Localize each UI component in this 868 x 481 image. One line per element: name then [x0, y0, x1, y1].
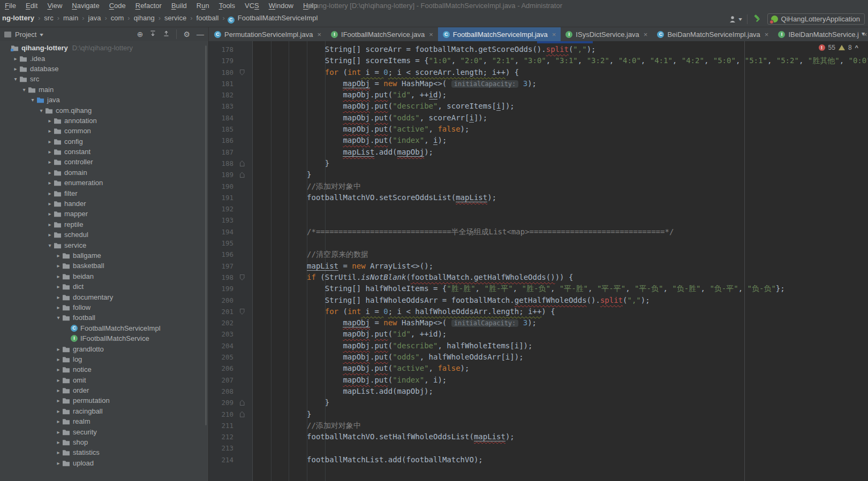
tab-permutationserviceimpl-java[interactable]: CPermutationServiceImpl.java×	[209, 27, 326, 41]
line-number[interactable]: 179	[209, 55, 237, 66]
chevron-collapsed-icon[interactable]: ▸	[55, 377, 62, 383]
tab-ifootballmatchservice-java[interactable]: IIFootballMatchService.java×	[326, 27, 438, 41]
code-line[interactable]: 192	[209, 203, 868, 215]
menu-build[interactable]: Build	[167, 2, 192, 10]
code-line[interactable]: 213	[209, 442, 868, 454]
line-number[interactable]: 181	[209, 78, 237, 89]
chevron-collapsed-icon[interactable]: ▸	[46, 128, 54, 134]
breadcrumb-item-src[interactable]: src	[43, 14, 54, 22]
code-line[interactable]: 203mapObj.put("id", ++id);	[209, 329, 868, 340]
tree-item-order[interactable]: ▸order	[0, 385, 208, 395]
code-line[interactable]: 183mapObj.put("describe", scoreItems[i])…	[209, 101, 868, 112]
line-number[interactable]: 188	[209, 158, 237, 169]
tree-item-basketball[interactable]: ▸basketball	[0, 261, 208, 271]
menu-code[interactable]: Code	[104, 2, 131, 10]
code-line[interactable]: 187mapList.add(mapObj);	[209, 147, 868, 158]
build-hammer-icon[interactable]	[753, 14, 762, 25]
line-number[interactable]: 184	[209, 112, 237, 124]
line-number[interactable]: 198	[209, 272, 237, 283]
tree-item-src[interactable]: ▾src	[0, 74, 208, 84]
menu-file[interactable]: File	[0, 2, 21, 10]
line-number[interactable]: 201	[209, 306, 237, 317]
chevron-collapsed-icon[interactable]: ▸	[55, 429, 62, 435]
line-number[interactable]: 193	[209, 215, 237, 226]
code-line[interactable]: 210}	[209, 409, 868, 420]
line-number[interactable]: 205	[209, 352, 237, 363]
tree-item-common[interactable]: ▸common	[0, 126, 208, 136]
line-number[interactable]: 190	[209, 181, 237, 192]
code-line[interactable]: 178String[] scoreArr = footballMatch.get…	[209, 44, 868, 55]
line-number[interactable]: 197	[209, 261, 237, 272]
tree-item-com-qihang[interactable]: ▾com.qihang	[0, 105, 208, 115]
tabs-overflow-chevron-icon[interactable]: ▾	[862, 30, 865, 37]
fold-marker-icon[interactable]	[237, 397, 247, 408]
tree-item-java[interactable]: ▾java	[0, 95, 208, 105]
line-number[interactable]: 192	[209, 203, 237, 215]
locate-icon[interactable]: ⊕	[137, 30, 144, 38]
chevron-expanded-icon[interactable]: ▾	[37, 108, 45, 113]
chevron-collapsed-icon[interactable]: ▸	[55, 284, 62, 289]
code-line[interactable]: 209}	[209, 397, 868, 408]
line-number[interactable]: 203	[209, 329, 237, 340]
fold-marker-icon[interactable]	[237, 67, 247, 78]
tree-item-footballmatchserviceimpl[interactable]: CFootballMatchServiceImpl	[0, 323, 208, 333]
menu-navigate[interactable]: Navigate	[67, 2, 104, 10]
tree-item-domain[interactable]: ▸domain	[0, 167, 208, 178]
line-number[interactable]: 186	[209, 135, 237, 146]
tree-item-beidan[interactable]: ▸beidan	[0, 271, 208, 281]
code-line[interactable]: 191footballMatchVO.setScoreOddsList(mapL…	[209, 192, 868, 203]
code-line[interactable]: 189}	[209, 169, 868, 180]
fold-open-icon[interactable]	[240, 70, 245, 75]
project-panel-title[interactable]: Project	[15, 30, 36, 39]
line-number[interactable]: 209	[209, 397, 237, 408]
fold-marker-icon[interactable]	[237, 272, 247, 283]
tree-item-hander[interactable]: ▸hander	[0, 198, 208, 209]
line-number[interactable]: 194	[209, 226, 237, 238]
tree-item-log[interactable]: ▸log	[0, 354, 208, 364]
chevron-collapsed-icon[interactable]: ▸	[12, 56, 19, 62]
chevron-collapsed-icon[interactable]: ▸	[55, 449, 62, 455]
code-line[interactable]: 198if (StrUtil.isNotBlank(footballMatch.…	[209, 272, 868, 283]
chevron-collapsed-icon[interactable]: ▸	[46, 170, 54, 175]
menu-help[interactable]: Help	[298, 2, 322, 10]
chevron-collapsed-icon[interactable]: ▸	[46, 232, 54, 238]
line-number[interactable]: 182	[209, 89, 237, 101]
close-icon[interactable]: ×	[317, 30, 321, 39]
tree-item-annotation[interactable]: ▸annotation	[0, 116, 208, 126]
collapse-all-icon[interactable]	[163, 30, 170, 39]
breadcrumb-item-main[interactable]: main	[62, 14, 79, 22]
tree-item-notice[interactable]: ▸notice	[0, 364, 208, 375]
fold-open-icon[interactable]	[240, 274, 245, 280]
line-number[interactable]: 183	[209, 101, 237, 112]
tree-item-permutation[interactable]: ▸permutation	[0, 395, 208, 406]
tree-item-security[interactable]: ▸security	[0, 426, 208, 437]
chevron-collapsed-icon[interactable]: ▸	[55, 408, 62, 414]
breadcrumb-item-service[interactable]: service	[163, 14, 187, 22]
close-icon[interactable]: ×	[552, 30, 556, 39]
inspections-widget[interactable]: ! 55 8 ^	[819, 44, 858, 51]
fold-close-icon[interactable]	[240, 161, 245, 166]
code-line[interactable]: 201for (int i = 0; i < halfWholeOddsArr.…	[209, 306, 868, 317]
tree-item-statistics[interactable]: ▸statistics	[0, 447, 208, 457]
line-number[interactable]: 185	[209, 124, 237, 135]
chevron-collapsed-icon[interactable]: ▸	[55, 273, 62, 279]
code-line[interactable]: 206mapObj.put("active", false);	[209, 363, 868, 374]
chevron-expanded-icon[interactable]: ▾	[20, 87, 28, 93]
tree-item-mapper[interactable]: ▸mapper	[0, 209, 208, 219]
close-icon[interactable]: ×	[644, 30, 648, 39]
menu-view[interactable]: View	[42, 2, 67, 10]
line-number[interactable]: 199	[209, 283, 237, 294]
chevron-collapsed-icon[interactable]: ▸	[46, 190, 54, 196]
chevron-collapsed-icon[interactable]: ▸	[55, 398, 62, 403]
tab-beidanmatchserviceimpl-java[interactable]: CBeiDanMatchServiceImpl.java×	[652, 27, 773, 41]
close-icon[interactable]: ×	[429, 30, 433, 39]
chevron-collapsed-icon[interactable]: ▸	[12, 66, 19, 72]
code-line[interactable]: 184mapObj.put("odds", scoreArr[i]);	[209, 112, 868, 124]
tree-item-enumeration[interactable]: ▸enumeration	[0, 178, 208, 188]
chevron-collapsed-icon[interactable]: ▸	[55, 346, 62, 352]
line-number[interactable]: 208	[209, 386, 237, 397]
code-line[interactable]: 195	[209, 238, 868, 249]
tree-item--idea[interactable]: ▸.idea	[0, 53, 208, 63]
breadcrumb-item-ng-lottery[interactable]: ng-lottery	[1, 14, 35, 22]
chevron-down-icon[interactable]: ▾	[40, 32, 44, 37]
